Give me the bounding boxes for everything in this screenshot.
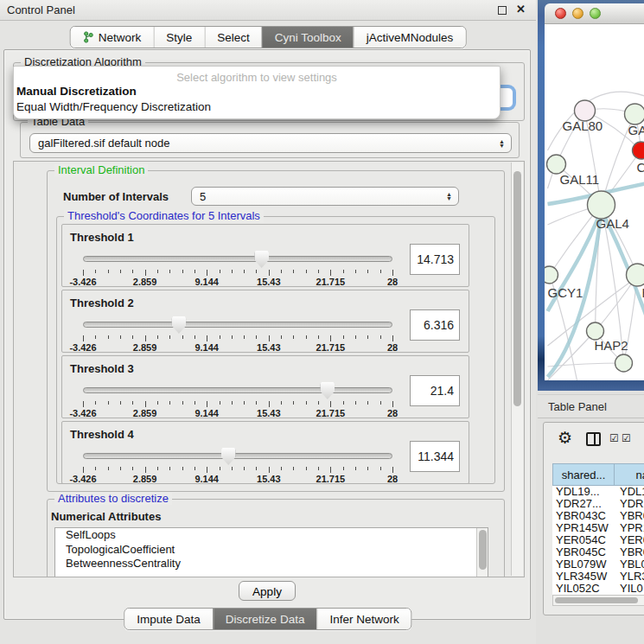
table-data-combobox[interactable]: galFiltered.sif default node ▲▼ xyxy=(29,133,512,153)
threshold-3-value-field[interactable]: 21.4 xyxy=(410,375,460,406)
slider-tick xyxy=(330,270,331,276)
slider-tick-label: 28 xyxy=(387,277,398,287)
network-node-label: HAP2 xyxy=(595,338,628,353)
table-row[interactable]: YER054CYER0 xyxy=(552,534,644,546)
network-node[interactable] xyxy=(625,104,644,124)
slider-tick xyxy=(182,401,183,405)
table-cell[interactable]: YBR043C xyxy=(552,510,615,522)
slider-tick xyxy=(157,270,158,273)
slider-tick xyxy=(83,401,84,407)
tab-infer-network[interactable]: Infer Network xyxy=(316,609,411,629)
slider-tick xyxy=(244,270,245,273)
table-row[interactable]: YDR27...YDR2 xyxy=(552,498,644,510)
slider-track[interactable] xyxy=(83,453,392,459)
threshold-1-value-field[interactable]: 14.713 xyxy=(410,244,460,275)
tab-style[interactable]: Style xyxy=(153,27,204,48)
menu-item-equal-width-frequency[interactable]: Equal Width/Frequency Discretization xyxy=(14,99,500,115)
slider-tick-label: 15.43 xyxy=(257,474,281,484)
split-view-icon[interactable] xyxy=(586,432,601,446)
scrollbar-thumb[interactable] xyxy=(555,597,638,603)
table-cell[interactable]: YPR145W xyxy=(552,522,615,534)
float-window-icon[interactable] xyxy=(498,6,507,15)
slider-thumb[interactable] xyxy=(320,382,335,399)
table-cell[interactable]: YDR2 xyxy=(615,498,644,510)
table-cell[interactable]: YLR3 xyxy=(615,571,644,583)
list-scrollbar[interactable] xyxy=(476,528,488,577)
slider-thumb[interactable] xyxy=(221,448,236,465)
tab-discretize-data[interactable]: Discretize Data xyxy=(213,609,317,629)
checkbox-icon[interactable]: ☑ xyxy=(609,433,619,443)
threshold-4-slider[interactable]: -3.4262.8599.14415.4321.71528 xyxy=(83,446,392,482)
slider-tick-label: 21.715 xyxy=(316,277,346,287)
threshold-4-value-field[interactable]: 11.344 xyxy=(410,441,460,472)
slider-thumb[interactable] xyxy=(171,316,186,334)
slider-tick xyxy=(318,335,319,339)
tab-cyni-toolbox[interactable]: Cyni Toolbox xyxy=(262,27,354,48)
apply-button[interactable]: Apply xyxy=(239,581,296,601)
table-row[interactable]: YDL19...YDL1 xyxy=(552,486,644,498)
threshold-3-slider[interactable]: -3.4262.8599.14415.4321.71528 xyxy=(83,380,392,417)
table-cell[interactable]: YBL079W xyxy=(552,558,615,571)
cyni-mode-tabs: Impute Data Discretize Data Infer Networ… xyxy=(124,608,411,630)
network-node[interactable] xyxy=(545,266,558,284)
table-row[interactable]: YBL079WYBL0 xyxy=(552,558,644,571)
table-cell[interactable]: YIL0 xyxy=(615,583,644,595)
horizontal-scrollbar[interactable] xyxy=(552,595,644,606)
list-item[interactable]: SelfLoops xyxy=(55,528,488,543)
table-row[interactable]: YBR045CYBR0 xyxy=(552,546,644,558)
slider-track[interactable] xyxy=(83,322,392,328)
table-cell[interactable]: YBR0 xyxy=(615,546,644,558)
number-of-intervals-combobox[interactable]: 5 ▲▼ xyxy=(191,187,459,206)
network-node[interactable] xyxy=(587,322,604,340)
network-node[interactable] xyxy=(547,155,566,174)
tab-select[interactable]: Select xyxy=(204,27,262,48)
threshold-2-slider[interactable]: -3.4262.8599.14415.4321.71528 xyxy=(83,315,392,351)
zoom-traffic-light-icon[interactable] xyxy=(590,8,601,19)
column-header-name[interactable]: na xyxy=(615,463,644,486)
slider-thumb[interactable] xyxy=(254,251,269,268)
vertical-scrollbar[interactable] xyxy=(511,163,523,576)
table-cell[interactable]: YER054C xyxy=(552,534,615,546)
table-row[interactable]: YPR145WYPR1 xyxy=(552,522,644,534)
threshold-2-value-field[interactable]: 6.316 xyxy=(410,309,460,341)
network-node[interactable] xyxy=(627,264,644,286)
table-cell[interactable]: YDR27... xyxy=(552,498,615,510)
minimize-traffic-light-icon[interactable] xyxy=(572,8,583,19)
list-item[interactable]: TopologicalCoefficient xyxy=(55,543,488,558)
table-cell[interactable]: YDL1 xyxy=(615,486,644,498)
list-item[interactable]: BetweennessCentrality xyxy=(55,557,488,571)
network-node[interactable] xyxy=(615,354,633,372)
tab-impute-data[interactable]: Impute Data xyxy=(124,609,213,629)
table-cell[interactable]: YBL0 xyxy=(615,558,644,571)
table-row[interactable]: YLR345WYLR3 xyxy=(552,571,644,583)
checkbox-icon[interactable]: ☑ xyxy=(622,433,631,443)
table-cell[interactable]: YER0 xyxy=(615,534,644,546)
network-node[interactable] xyxy=(588,191,615,219)
network-canvas-area[interactable]: GAL80GACGAL11GAL4GCY1HHAP2 xyxy=(545,24,644,380)
slider-track[interactable] xyxy=(83,387,392,393)
close-icon[interactable]: ✕ xyxy=(516,3,526,16)
scrollbar-thumb[interactable] xyxy=(479,530,487,570)
gear-icon[interactable]: ⚙ xyxy=(558,428,572,448)
table-row[interactable]: YBR043CYBR0 xyxy=(552,510,644,522)
tab-jactivemnodules[interactable]: jActiveMNodules xyxy=(354,27,466,48)
close-traffic-light-icon[interactable] xyxy=(555,8,566,19)
slider-tick xyxy=(392,270,393,276)
network-node[interactable] xyxy=(633,142,644,159)
table-cell[interactable]: YIL052C xyxy=(552,583,615,595)
slider-track[interactable] xyxy=(83,256,392,262)
table-cell[interactable]: YLR345W xyxy=(552,571,615,583)
slider-tick xyxy=(157,401,158,405)
table-cell[interactable]: YPR1 xyxy=(615,522,644,534)
table-cell[interactable]: YBR0 xyxy=(615,510,644,522)
table-row[interactable]: YIL052CYIL0 xyxy=(552,583,644,595)
table-cell[interactable]: YBR045C xyxy=(552,546,615,558)
column-header-shared-name[interactable]: shared... xyxy=(552,463,615,486)
menu-item-manual-discretization[interactable]: Manual Discretization xyxy=(14,84,500,99)
tab-network[interactable]: Network xyxy=(71,27,154,48)
scrollbar-thumb[interactable] xyxy=(513,171,521,406)
table-cell[interactable]: YDL19... xyxy=(552,486,615,498)
threshold-1-slider[interactable]: -3.4262.8599.14415.4321.71528 xyxy=(83,249,392,285)
network-window-titlebar[interactable] xyxy=(545,3,644,24)
network-canvas[interactable]: GAL80GACGAL11GAL4GCY1HHAP2 xyxy=(545,24,644,380)
